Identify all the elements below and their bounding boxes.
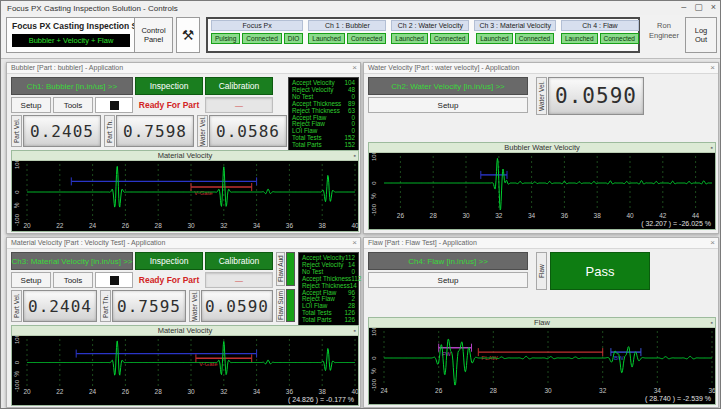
- flaw-aud-label: Flaw Aud: [276, 252, 285, 286]
- color-swatch: [110, 276, 119, 285]
- svg-text:26: 26: [122, 222, 130, 229]
- svg-text:40: 40: [351, 388, 358, 395]
- inspection-stats: Accept Velocity112Reject Velocity14No Te…: [298, 252, 359, 326]
- svg-text:( 24.826 ) = -0.177 %: ( 24.826 ) = -0.177 %: [288, 396, 354, 404]
- status-ready: Ready For Part: [135, 272, 203, 288]
- status-badge: Connected: [515, 33, 554, 44]
- wrench-icon: ⚒: [182, 27, 195, 43]
- display-label: Water Vel.: [189, 290, 200, 322]
- mode-indicator: Bubbler + Velocity + Flaw: [12, 34, 130, 47]
- svg-text:100: 100: [371, 328, 377, 336]
- logout-button[interactable]: Log Out: [685, 17, 717, 53]
- panel-titlebar: Water Velocity [Part : water velocity] -…: [364, 63, 718, 74]
- svg-text:40: 40: [626, 212, 634, 219]
- display-label: Water Vel.: [197, 115, 208, 147]
- chart-plot-area[interactable]: 20222426283032343638401000-100%V-Gate: [12, 161, 358, 231]
- stat-value: 152: [344, 142, 355, 149]
- part-velocity-display: 0.2405: [23, 115, 101, 147]
- status-badge: Launched: [308, 33, 345, 44]
- chart-plot-area[interactable]: 262830323436384042441000-100%( 32.207 ) …: [369, 153, 715, 229]
- tools-button[interactable]: Tools: [53, 97, 93, 113]
- svg-text:32: 32: [220, 388, 228, 395]
- close-icon[interactable]: ×: [352, 63, 357, 72]
- flaw-sum-label: Flaw Sum: [276, 289, 285, 322]
- chart-plot-area[interactable]: 242628303234361000-100%FWFLAWBW( 28.740 …: [369, 328, 715, 404]
- window-title: Focus PX Casting Inspection Solution - C…: [7, 4, 178, 13]
- panel-material-velocity: Material Velocity [Part : Velocity Test]…: [6, 237, 361, 408]
- status-group-title: Ch 3 : Material Velocity: [474, 20, 556, 31]
- close-icon[interactable]: ×: [711, 2, 716, 12]
- panel-titlebar: Bubbler [Part : bubbler] - Application ×: [7, 63, 360, 74]
- maximize-icon[interactable]: ▢: [694, 2, 703, 12]
- tools-button[interactable]: Tools: [53, 272, 93, 288]
- chart-material-velocity: Material Velocity▪ 202224262830323436384…: [11, 325, 359, 406]
- display-label: Part Vel.: [11, 115, 22, 147]
- svg-text:( 32.207 ) = -26.025 %: ( 32.207 ) = -26.025 %: [641, 220, 711, 228]
- close-icon[interactable]: ×: [710, 63, 715, 72]
- display-label: Part Vel.: [11, 290, 22, 322]
- status-group-title: Focus Px: [211, 20, 303, 31]
- stat-label: Total Parts: [292, 142, 322, 149]
- water-velocity-display: 0.0586: [209, 115, 287, 147]
- panel-water-velocity: Water Velocity [Part : water velocity] -…: [363, 62, 719, 234]
- chart-flaw: Flaw▪ 242628303234361000-100%FWFLAWBW( 2…: [368, 317, 716, 405]
- status-badge: Launched: [476, 33, 513, 44]
- svg-text:26: 26: [435, 387, 443, 394]
- chart-plot-area[interactable]: 20222426283032343638401000-100%V-Gate( 2…: [12, 336, 358, 405]
- svg-text:20: 20: [23, 388, 31, 395]
- calibration-button[interactable]: Calibration: [205, 252, 273, 270]
- chart-title: Material Velocity▪: [12, 326, 358, 336]
- svg-text:34: 34: [528, 212, 536, 219]
- inspection-button[interactable]: Inspection: [135, 77, 203, 95]
- svg-text:30: 30: [187, 222, 195, 229]
- display-label: Water Vel.: [536, 77, 547, 115]
- channel3-button[interactable]: Ch3: Material Velocity [in.in/us] >>: [11, 252, 133, 270]
- close-icon[interactable]: ×: [352, 238, 357, 247]
- svg-text:-100: -100: [371, 203, 377, 216]
- display-label: Part Th.: [104, 115, 115, 147]
- stat-row: Total Parts126: [302, 317, 355, 324]
- svg-text:100: 100: [371, 153, 377, 161]
- setup-button[interactable]: Setup: [368, 97, 528, 113]
- svg-text:36: 36: [286, 388, 294, 395]
- svg-text:100: 100: [14, 336, 20, 344]
- status-group: Focus PxPulsingConnectedDIO: [211, 20, 303, 50]
- minimize-icon[interactable]: –: [681, 2, 686, 12]
- svg-text:24: 24: [89, 222, 97, 229]
- channel4-button[interactable]: Ch4: Flaw [in.in/us] >>: [368, 252, 528, 270]
- svg-text:26: 26: [122, 388, 130, 395]
- chart-title: Material Velocity▪: [12, 151, 358, 161]
- status-placeholder: —: [205, 97, 273, 113]
- inspection-button[interactable]: Inspection: [135, 252, 203, 270]
- window-titlebar: Focus PX Casting Inspection Solution - C…: [1, 1, 720, 15]
- calibration-button[interactable]: Calibration: [205, 77, 273, 95]
- svg-text:%: %: [370, 368, 377, 374]
- svg-text:V-Gate: V-Gate: [194, 190, 213, 196]
- water-velocity-display: 0.0590: [201, 290, 273, 322]
- svg-text:42: 42: [659, 212, 667, 219]
- svg-text:24: 24: [89, 388, 97, 395]
- svg-text:100: 100: [14, 161, 20, 169]
- status-ready: Ready For Part: [135, 97, 203, 113]
- flaw-aud-indicator: [286, 252, 295, 286]
- setup-button[interactable]: Setup: [368, 272, 528, 288]
- panel-titlebar: Flaw [Part : Flaw Test] - Application ×: [364, 238, 718, 249]
- chart-bubbler-water-velocity: Bubbler Water Velocity▪ 2628303234363840…: [368, 142, 716, 230]
- svg-text:36: 36: [708, 387, 715, 394]
- chart-pin-icon: ▪: [711, 318, 713, 328]
- flaw-sum-indicator: [286, 289, 295, 322]
- status-badge: Connected: [600, 33, 639, 44]
- close-icon[interactable]: ×: [710, 238, 715, 247]
- setup-button[interactable]: Setup: [11, 272, 51, 288]
- control-panel-button[interactable]: Control Panel: [134, 18, 172, 52]
- status-placeholder: —: [205, 272, 273, 288]
- setup-button[interactable]: Setup: [11, 97, 51, 113]
- color-swatch-field: [95, 97, 133, 113]
- channel2-button[interactable]: Ch2: Water Velocity [in.in/us] >>: [368, 77, 528, 95]
- channel1-button[interactable]: Ch1: Bubbler [in.in/us] >>: [11, 77, 133, 95]
- status-badge: Connected: [242, 33, 281, 44]
- tools-button[interactable]: ⚒: [176, 17, 200, 53]
- chart-material-velocity: Material Velocity▪ 202224262830323436384…: [11, 150, 359, 232]
- app-window: Focus PX Casting Inspection Solution - C…: [0, 0, 721, 409]
- status-badge: Connected: [347, 33, 386, 44]
